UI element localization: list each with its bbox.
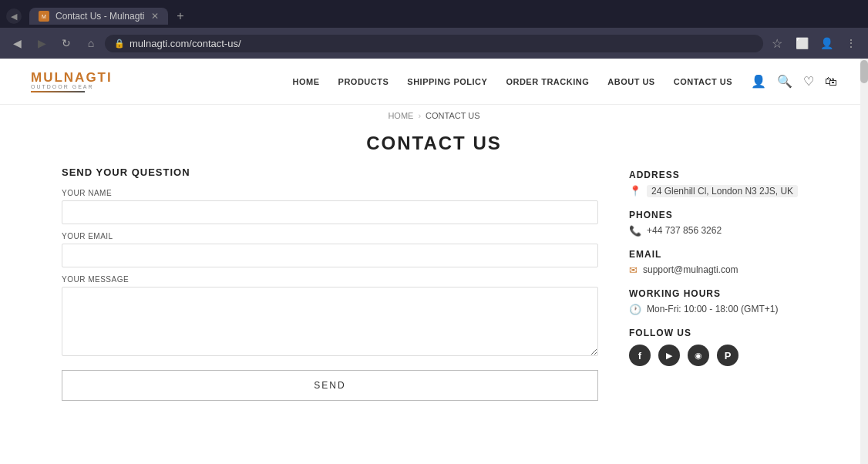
social-icons: f ▶ ◉ P <box>629 345 806 366</box>
menu-button[interactable]: ⋮ <box>840 32 862 54</box>
address-bar-container[interactable]: 🔒 mulnagti.com/contact-us/ <box>105 35 763 52</box>
email-icon: ✉ <box>629 264 638 276</box>
forward-button[interactable]: ▶ <box>31 32 52 54</box>
instagram-icon[interactable]: ◉ <box>688 345 709 366</box>
window-controls: ◀ <box>6 8 22 24</box>
facebook-icon[interactable]: f <box>629 345 651 366</box>
tab[interactable]: M Contact Us - Mulnagti ✕ <box>29 8 168 25</box>
tab-title: Contact Us - Mulnagti <box>56 11 145 22</box>
lock-icon: 🔒 <box>114 39 125 49</box>
breadcrumb: HOME › CONTACT US <box>0 105 868 126</box>
nav-icons: 👤 🔍 ♡ 🛍 <box>751 74 837 89</box>
address-row: 📍 24 Glenhill Cl, London N3 2JS, UK <box>629 185 806 197</box>
phone-row: 📞 +44 737 856 3262 <box>629 225 806 237</box>
nav-shipping[interactable]: SHIPPING POLICY <box>407 77 487 86</box>
email-block: EMAIL ✉ support@mulnagti.com <box>629 249 806 276</box>
back-button[interactable]: ◀ <box>6 32 28 54</box>
name-label: YOUR NAME <box>62 189 598 197</box>
browser-toolbar: ◀ ▶ ↻ ⌂ 🔒 mulnagti.com/contact-us/ ☆ ⬜ 👤… <box>0 28 868 59</box>
email-label: YOUR EMAIL <box>62 232 598 240</box>
phones-block: PHONES 📞 +44 737 856 3262 <box>629 210 806 237</box>
site-logo[interactable]: MULNAGTI OUTDOOR GEAR <box>31 71 113 92</box>
email-title: EMAIL <box>629 249 806 260</box>
home-button[interactable]: ⌂ <box>80 32 102 54</box>
new-tab-button[interactable]: + <box>171 7 190 25</box>
wishlist-icon[interactable]: ♡ <box>803 74 814 89</box>
name-input[interactable] <box>62 200 598 224</box>
refresh-button[interactable]: ↻ <box>56 32 77 54</box>
breadcrumb-home[interactable]: HOME <box>388 111 413 120</box>
logo-brand: MULNAGTI <box>31 71 113 84</box>
send-button[interactable]: SEND <box>62 370 598 401</box>
youtube-icon[interactable]: ▶ <box>658 345 680 366</box>
email-row: ✉ support@mulnagti.com <box>629 264 806 276</box>
page-title: CONTACT US <box>0 133 868 154</box>
clock-icon: 🕐 <box>629 304 641 315</box>
bookmark-button[interactable]: ☆ <box>766 32 788 54</box>
extensions-button[interactable]: ⬜ <box>791 32 812 54</box>
phone-icon: 📞 <box>629 225 641 237</box>
cart-icon[interactable]: 🛍 <box>825 75 837 89</box>
nav-about[interactable]: ABOUT US <box>607 77 654 86</box>
hours-value: Mon-Fri: 10:00 - 18:00 (GMT+1) <box>647 304 778 314</box>
email-group: YOUR EMAIL <box>62 232 598 267</box>
scrollbar-thumb[interactable] <box>860 60 868 83</box>
location-icon: 📍 <box>629 185 641 197</box>
tab-bar: ◀ M Contact Us - Mulnagti ✕ + <box>0 0 868 28</box>
logo-divider <box>31 91 85 92</box>
address-text: mulnagti.com/contact-us/ <box>130 38 754 49</box>
nav-contact[interactable]: CONTACT US <box>674 77 732 86</box>
window-btn-back[interactable]: ◀ <box>6 8 22 24</box>
breadcrumb-current: CONTACT US <box>426 111 480 120</box>
page-title-section: CONTACT US <box>0 126 868 166</box>
site-nav: MULNAGTI OUTDOOR GEAR HOME PRODUCTS SHIP… <box>0 59 868 105</box>
address-value: 24 Glenhill Cl, London N3 2JS, UK <box>647 185 798 197</box>
address-block: ADDRESS 📍 24 Glenhill Cl, London N3 2JS,… <box>629 170 806 197</box>
tab-close-icon[interactable]: ✕ <box>151 11 159 22</box>
email-input[interactable] <box>62 244 598 267</box>
follow-title: FOLLOW US <box>629 328 806 338</box>
website: MULNAGTI OUTDOOR GEAR HOME PRODUCTS SHIP… <box>0 59 868 464</box>
search-icon[interactable]: 🔍 <box>777 74 792 89</box>
account-icon[interactable]: 👤 <box>751 74 766 89</box>
content-area: SEND YOUR QUESTION YOUR NAME YOUR EMAIL … <box>0 166 868 416</box>
scrollbar[interactable] <box>860 59 868 464</box>
nav-products[interactable]: PRODUCTS <box>338 77 389 86</box>
tab-favicon: M <box>39 11 49 22</box>
hours-title: WORKING HOURS <box>629 288 806 299</box>
nav-home[interactable]: HOME <box>293 77 320 86</box>
breadcrumb-separator: › <box>418 111 421 120</box>
message-textarea[interactable] <box>62 287 598 356</box>
nav-links: HOME PRODUCTS SHIPPING POLICY ORDER TRAC… <box>293 77 732 86</box>
phones-title: PHONES <box>629 210 806 220</box>
follow-block: FOLLOW US f ▶ ◉ P <box>629 328 806 366</box>
phone-value: +44 737 856 3262 <box>647 225 722 236</box>
form-section-title: SEND YOUR QUESTION <box>62 166 598 178</box>
pinterest-icon[interactable]: P <box>717 345 738 366</box>
name-group: YOUR NAME <box>62 189 598 224</box>
message-label: YOUR MESSAGE <box>62 275 598 284</box>
profile-button[interactable]: 👤 <box>816 32 837 54</box>
message-group: YOUR MESSAGE <box>62 275 598 359</box>
hours-row: 🕐 Mon-Fri: 10:00 - 18:00 (GMT+1) <box>629 304 806 315</box>
browser-chrome: ◀ M Contact Us - Mulnagti ✕ + ◀ ▶ ↻ ⌂ 🔒 … <box>0 0 868 59</box>
address-title: ADDRESS <box>629 170 806 180</box>
logo-tagline: OUTDOOR GEAR <box>31 84 113 89</box>
contact-info-section: ADDRESS 📍 24 Glenhill Cl, London N3 2JS,… <box>629 166 806 401</box>
hours-block: WORKING HOURS 🕐 Mon-Fri: 10:00 - 18:00 (… <box>629 288 806 315</box>
nav-order[interactable]: ORDER TRACKING <box>506 77 589 86</box>
email-value: support@mulnagti.com <box>643 264 738 275</box>
contact-form-section: SEND YOUR QUESTION YOUR NAME YOUR EMAIL … <box>62 166 598 401</box>
